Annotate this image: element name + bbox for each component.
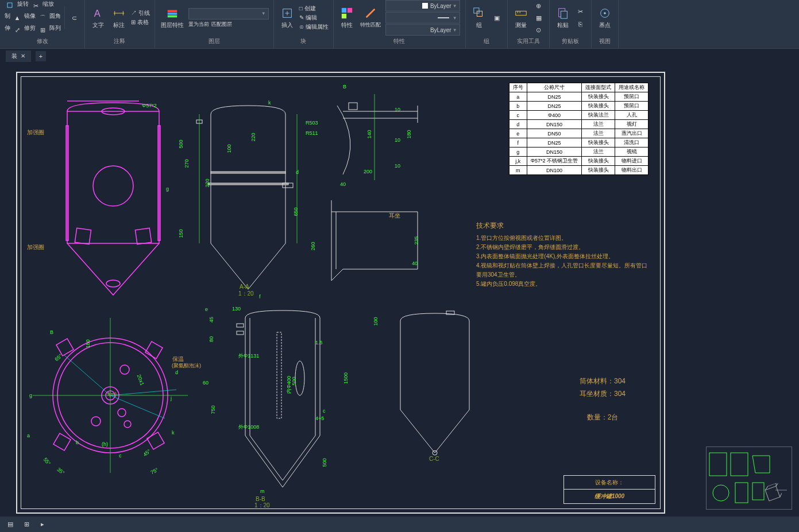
table-cell: 快装接头: [582, 166, 615, 175]
base-point-button[interactable]: 基点: [596, 6, 613, 30]
layer-combo[interactable]: ▼: [188, 8, 269, 20]
status-icon-1[interactable]: ▤: [5, 519, 16, 530]
dim-260: 260: [310, 242, 316, 250]
dim-220-2: 220: [250, 133, 256, 141]
command-line-icon[interactable]: ▸: [37, 519, 48, 530]
material-info: 筒体材料：304 耳坐材质：304 数量：2台: [580, 375, 626, 424]
table-cell: b: [509, 102, 527, 111]
material-line-3: 数量：2台: [580, 411, 626, 424]
table-cell: 物料进口: [615, 157, 649, 166]
util-1-icon[interactable]: ⊕: [534, 1, 544, 11]
table-cell: 视镜: [615, 147, 649, 157]
match-layer-button[interactable]: 匹配图层: [211, 21, 232, 28]
util-2-icon[interactable]: ▦: [534, 13, 544, 23]
svg-text:A: A: [94, 7, 101, 18]
panel-title-props: 特性: [338, 37, 461, 47]
tab-close-icon[interactable]: ✕: [21, 53, 25, 59]
properties-button[interactable]: 特性: [338, 6, 356, 30]
edit-attr-button[interactable]: ⊙ 编辑属性: [299, 23, 329, 31]
view-label-aa: A-A: [240, 284, 249, 290]
create-block-button[interactable]: □ 创建: [299, 5, 329, 13]
lineweight-combo[interactable]: ▼: [385, 12, 460, 24]
svg-point-20: [604, 12, 606, 14]
panel-group: 组 ▣ 组: [466, 0, 508, 48]
color-combo[interactable]: ByLayer▼: [385, 0, 460, 11]
view-label-aa-scale: 1：20: [238, 290, 254, 298]
panel-title-layer: 图层: [160, 37, 269, 47]
navigator-panel[interactable]: [706, 446, 792, 510]
dim-180deg: 180: [85, 339, 91, 348]
marker-b2: b: [76, 440, 79, 445]
svg-rect-6: [168, 13, 177, 15]
panel-clipboard: 粘贴 ✂ ⎘ 剪贴板: [550, 0, 592, 48]
insert-button[interactable]: 插入: [279, 6, 296, 30]
trim-button[interactable]: ✂: [30, 1, 41, 11]
table-row: cΦ400快装法兰人孔: [509, 111, 648, 120]
tab-bar: 装 ✕ +: [0, 49, 799, 63]
stretch-btn[interactable]: 伸: [5, 24, 10, 36]
group-edit-icon[interactable]: ▣: [492, 13, 502, 23]
util-3-icon[interactable]: ⊙: [534, 25, 544, 35]
drawing-border: 加强圈 加强圈 Φ57*2: [16, 72, 665, 514]
drawing-viewport[interactable]: 加强圈 加强圈 Φ57*2: [0, 63, 799, 517]
tab-add-button[interactable]: +: [36, 51, 46, 61]
panel-title-clipboard: 剪贴板: [554, 37, 586, 47]
modify-more-icon[interactable]: ⊂: [69, 13, 79, 23]
tech-note-3: 3.内表面整体镜面抛光处理(4K),外表面整体拉丝处理。: [476, 252, 649, 261]
tech-note-5: 5.罐内负压0.098真空度。: [476, 279, 649, 289]
edit-block-button[interactable]: ✎ 编辑: [299, 14, 329, 22]
linetype-combo[interactable]: ByLayer▼: [385, 24, 460, 36]
svg-rect-41: [349, 103, 357, 110]
title-block: 设备名称： 缓冲罐1000: [563, 475, 655, 504]
table-button[interactable]: ⊞ 表格: [131, 18, 150, 26]
svg-point-22: [93, 166, 133, 206]
marker-B-top: B: [343, 84, 346, 90]
text-button[interactable]: A 文字: [90, 6, 107, 30]
leader-button[interactable]: ↗ 引线: [131, 9, 150, 17]
dim-130: 130: [232, 306, 241, 312]
scale-button[interactable]: ⤢: [12, 25, 22, 35]
svg-rect-52: [53, 433, 71, 451]
layer-props-button[interactable]: 图层特性: [160, 6, 185, 30]
dim-40: 40: [340, 181, 346, 187]
array-button[interactable]: ⊞: [37, 25, 48, 35]
svg-rect-76: [731, 453, 748, 476]
navigator-thumbnail: [707, 447, 793, 510]
svg-rect-69: [237, 324, 244, 327]
set-current-button[interactable]: 置为当前: [188, 21, 209, 28]
th-seq: 序号: [509, 83, 527, 92]
callout-seat: 耳坐: [389, 212, 400, 220]
rotate-button[interactable]: 旋转: [17, 0, 29, 11]
table-cell: DN150: [527, 147, 581, 157]
group-button[interactable]: 组: [470, 6, 488, 30]
tab-label: 装: [11, 52, 17, 60]
material-line-1: 筒体材料：304: [580, 375, 626, 388]
title-block-label: 设备名称：: [564, 476, 655, 490]
panel-block: 插入 □ 创建 ✎ 编辑 ⊙ 编辑属性 块: [274, 0, 334, 48]
marker-d2: d: [175, 370, 178, 375]
paste-button[interactable]: 粘贴: [554, 6, 572, 30]
tank-section-aa: [188, 94, 308, 306]
svg-rect-67: [277, 332, 281, 418]
cut-icon[interactable]: ✂: [576, 7, 586, 17]
table-cell: Φ57*2 不锈钢卫生管: [527, 157, 581, 166]
panel-title-modify: 修改: [5, 37, 80, 47]
mirror-button[interactable]: ▲: [12, 13, 22, 23]
match-props-button[interactable]: 特性匹配: [359, 6, 382, 30]
dim-270: 270: [184, 159, 190, 168]
copy-icon[interactable]: ⎘: [576, 19, 586, 29]
copy-button[interactable]: [5, 1, 16, 11]
table-cell: 人孔: [615, 111, 649, 120]
status-icon-2[interactable]: ⊞: [21, 519, 32, 530]
dim-235: 235: [414, 236, 419, 244]
dim-650: 650: [293, 207, 299, 216]
fillet-button[interactable]: ⌒: [37, 13, 48, 23]
tab-active[interactable]: 装 ✕: [6, 51, 31, 62]
svg-rect-12: [473, 7, 478, 13]
dimension-button[interactable]: 标注: [110, 6, 128, 30]
table-cell: 快装接头: [582, 138, 615, 147]
copy-btn[interactable]: 制: [5, 12, 10, 24]
measure-button[interactable]: 测量: [512, 6, 530, 30]
marker-f2: f: [259, 294, 261, 300]
tech-note-2: 2.不锈钢内壁焊缝磨平，角焊缝圆滑过渡。: [476, 243, 649, 252]
